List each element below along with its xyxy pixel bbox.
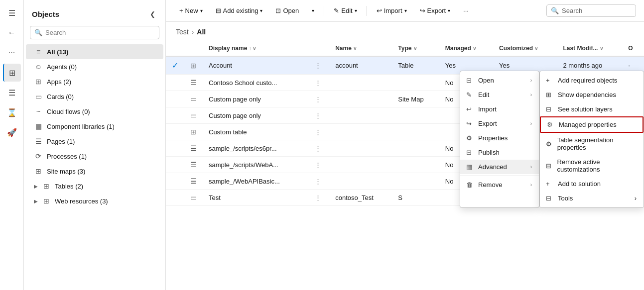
- sidebar-item-web-resources[interactable]: ▶ ⊞ Web resources (3): [26, 193, 163, 208]
- row-menu-icon[interactable]: ⋮: [313, 78, 323, 88]
- row-checkbox[interactable]: [166, 173, 184, 190]
- row-checkbox[interactable]: [166, 124, 184, 140]
- row-menu-icon[interactable]: ⋮: [313, 61, 323, 70]
- context-menu-advanced[interactable]: ▦ Advanced ›: [460, 160, 539, 174]
- rocket-icon[interactable]: 🚀: [3, 123, 21, 141]
- row-menu-icon[interactable]: ⋮: [313, 127, 323, 137]
- breadcrumb-separator: ›: [192, 28, 194, 36]
- grid-icon[interactable]: ⊞: [3, 64, 21, 82]
- open-button[interactable]: ⊡ Open: [270, 4, 304, 17]
- open-label: Open: [283, 7, 299, 14]
- sidebar-collapse-button[interactable]: ❮: [145, 7, 159, 21]
- open-icon: ⊡: [275, 7, 281, 14]
- context-menu-properties[interactable]: ⚙ Properties: [460, 131, 539, 145]
- context-menu-open[interactable]: ⊟ Open ›: [460, 73, 539, 88]
- deps-icon: ⊞: [546, 91, 554, 98]
- export-icon: ↪: [420, 7, 425, 14]
- row-context-menu-btn[interactable]: ⋮: [307, 107, 329, 124]
- edit-arrow-icon: ›: [530, 92, 532, 97]
- sidebar-item-agents[interactable]: ☺ Agents (0): [26, 59, 163, 74]
- col-last-modified[interactable]: Last Modif... ∨: [557, 41, 622, 56]
- open-chevron-button[interactable]: ▾: [306, 5, 320, 16]
- row-menu-icon[interactable]: ⋮: [313, 144, 323, 153]
- sub-menu-add-required[interactable]: + Add required objects: [540, 73, 644, 88]
- row-menu-icon[interactable]: ⋮: [313, 193, 323, 202]
- sidebar-item-label: Cards (0): [47, 93, 157, 100]
- sub-menu-see-solution[interactable]: ⊟ See solution layers: [540, 102, 644, 116]
- sidebar-item-apps[interactable]: ⊞ Apps (2): [26, 74, 163, 89]
- breadcrumb-parent[interactable]: Test: [176, 28, 189, 36]
- sidebar-item-processes[interactable]: ⟳ Processes (1): [26, 149, 163, 164]
- search-icon: 🔍: [34, 29, 42, 36]
- sub-menu-add-to-solution[interactable]: + Add to solution: [540, 177, 644, 191]
- col-type[interactable]: Type ∨: [392, 41, 439, 56]
- sidebar-item-cards[interactable]: ▭ Cards (0): [26, 89, 163, 104]
- row-context-menu-btn[interactable]: ⋮: [307, 140, 329, 157]
- export-button[interactable]: ↪ Export ▾: [414, 4, 456, 17]
- col-customized[interactable]: Customized ∨: [493, 41, 557, 56]
- col-name[interactable]: Name ∨: [329, 41, 392, 56]
- sidebar-search-input[interactable]: [45, 29, 155, 36]
- row-context-menu-btn[interactable]: ⋮: [307, 124, 329, 140]
- more-button[interactable]: ···: [458, 4, 474, 17]
- export-label: Export: [478, 120, 526, 127]
- context-menu-divider: [460, 176, 539, 176]
- sidebar-item-all[interactable]: ≡ All (13): [26, 44, 163, 59]
- row-menu-icon[interactable]: ⋮: [313, 160, 323, 170]
- row-checkbox[interactable]: ✓: [166, 56, 184, 75]
- sidebar-item-tables[interactable]: ▶ ⊞ Tables (2): [26, 179, 163, 193]
- context-menu-export[interactable]: ↪ Export ›: [460, 116, 539, 131]
- toolbar-search-box[interactable]: 🔍 Search: [546, 4, 636, 17]
- row-context-menu-btn[interactable]: ⋮: [307, 56, 329, 75]
- open-icon: ⊟: [466, 77, 474, 84]
- sub-menu-remove-active[interactable]: ⊟ Remove active customizations: [540, 155, 644, 177]
- customized-sort-icon: ∨: [534, 46, 538, 51]
- row-checkbox[interactable]: [166, 157, 184, 173]
- row-checkbox[interactable]: [166, 91, 184, 107]
- row-context-menu-btn[interactable]: ⋮: [307, 91, 329, 107]
- sub-menu-managed-properties[interactable]: ⚙ Managed properties: [540, 116, 644, 133]
- sidebar-item-label: Agents (0): [47, 63, 157, 71]
- row-context-menu-btn[interactable]: ⋮: [307, 173, 329, 190]
- sidebar-item-cloud-flows[interactable]: ~ Cloud flows (0): [26, 104, 163, 119]
- row-menu-icon[interactable]: ⋮: [313, 111, 323, 120]
- context-menu-import[interactable]: ↩ Import: [460, 102, 539, 116]
- remove-icon: 🗑: [466, 181, 474, 189]
- back-icon[interactable]: ←: [3, 24, 21, 42]
- sidebar-item-component-libraries[interactable]: ▦ Component libraries (1): [26, 119, 163, 134]
- row-menu-icon[interactable]: ⋮: [313, 177, 323, 186]
- col-managed[interactable]: Managed ∨: [439, 41, 493, 56]
- sidebar-item-pages[interactable]: ☰ Pages (1): [26, 134, 163, 149]
- import-button[interactable]: ↩ Import ▾: [371, 4, 412, 17]
- row-context-menu-btn[interactable]: ⋮: [307, 75, 329, 91]
- history-icon[interactable]: ⌛: [3, 103, 21, 121]
- sub-menu-tools[interactable]: ⊟ Tools ›: [540, 191, 644, 205]
- context-menu-publish[interactable]: ⊟ Publish: [460, 145, 539, 160]
- dots-icon[interactable]: ···: [3, 44, 21, 62]
- sub-menu-show-deps[interactable]: ⊞ Show dependencies: [540, 88, 644, 102]
- context-menu-remove[interactable]: 🗑 Remove ›: [460, 178, 539, 192]
- row-checkbox[interactable]: [166, 140, 184, 157]
- edit-button[interactable]: ✎ Edit ▾: [328, 4, 362, 17]
- add-existing-button[interactable]: ⊟ Add existing ▾: [210, 4, 268, 17]
- export-arrow-icon: ›: [530, 121, 532, 126]
- context-menu-edit[interactable]: ✎ Edit ›: [460, 88, 539, 102]
- row-checkbox[interactable]: [166, 190, 184, 206]
- row-menu-icon[interactable]: ⋮: [313, 95, 323, 104]
- col-display-name[interactable]: Display name ↑ ∨: [203, 41, 307, 56]
- sub-menu-table-seg[interactable]: ⚙ Table segmentation properties: [540, 133, 644, 155]
- sub-menu-label: Managed properties: [559, 121, 617, 128]
- row-checkbox[interactable]: [166, 107, 184, 124]
- row-type: Table: [392, 56, 439, 75]
- sidebar-item-site-maps[interactable]: ⊞ Site maps (3): [26, 164, 163, 179]
- row-type: S: [392, 190, 439, 206]
- item-icon: ▭: [190, 95, 197, 103]
- row-name: [329, 107, 392, 124]
- row-checkbox[interactable]: [166, 75, 184, 91]
- new-button[interactable]: + New ▾: [174, 4, 208, 17]
- row-context-menu-btn[interactable]: ⋮: [307, 190, 329, 206]
- sidebar-search-box[interactable]: 🔍: [30, 26, 159, 39]
- row-context-menu-btn[interactable]: ⋮: [307, 157, 329, 173]
- list-icon[interactable]: ☰: [3, 84, 21, 101]
- hamburger-icon[interactable]: ☰: [3, 4, 21, 22]
